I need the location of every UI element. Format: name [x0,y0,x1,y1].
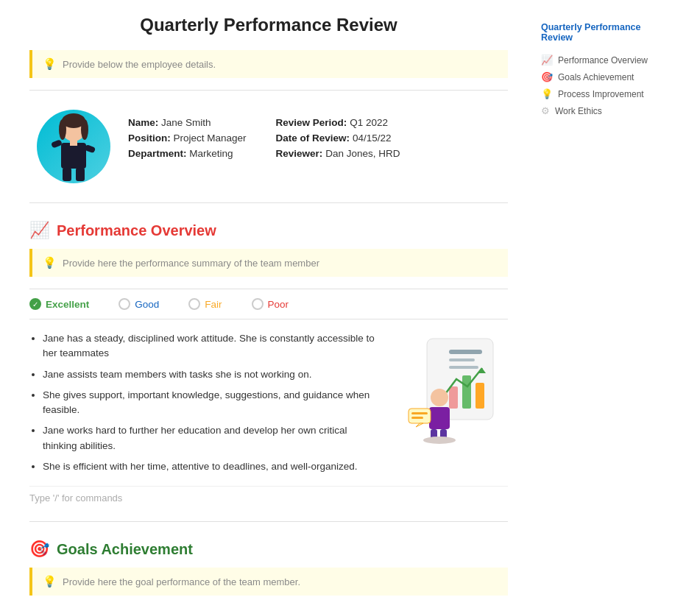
rating-row: Excellent Good Fair Poor [29,289,508,319]
sidebar-performance-label: Performance Overview [558,55,648,66]
goals-section-heading: 🎯 Goals Achievement [29,540,508,559]
radio-fair[interactable] [188,298,200,310]
svg-rect-4 [61,143,86,169]
employee-department: Department: Marketing [128,148,247,159]
rating-excellent-label: Excellent [46,299,89,310]
sidebar-process-label: Process Improvement [558,89,644,99]
svg-rect-12 [449,358,475,361]
sidebar-title: Quarterly Performance Review [541,22,666,43]
employee-name: Name: Jane Smith [128,117,247,128]
bullet-2: Jane assists team members with tasks she… [43,367,383,382]
performance-content: Jane has a steady, disciplined work atti… [29,331,508,480]
goals-hint-text: Provide here the goal performance of the… [63,576,300,587]
sidebar-performance-icon: 📈 [541,54,553,66]
svg-marker-24 [416,423,423,427]
svg-rect-26 [411,417,423,419]
bullet-1: Jane has a steady, disciplined work atti… [43,331,383,361]
svg-rect-15 [462,375,471,409]
date-of-review: Date of Review: 04/15/22 [276,133,400,144]
goals-hint-icon: 💡 [43,575,57,588]
reviewer: Reviewer: Dan Jones, HRD [276,148,400,159]
svg-rect-19 [429,407,450,429]
performance-bullets: Jane has a steady, disciplined work atti… [29,331,383,480]
type-hint: Type '/' for commands [29,486,508,509]
rating-poor-label: Poor [268,299,289,310]
svg-rect-13 [449,366,478,369]
sidebar-process-icon: 💡 [541,88,553,99]
divider-1 [29,90,508,91]
avatar-svg [40,113,107,183]
hint-icon: 💡 [43,57,57,71]
radio-poor[interactable] [252,298,264,310]
radio-excellent[interactable] [29,298,41,310]
sidebar-goals-label: Goals Achievement [558,72,634,82]
employee-hint-text: Provide below the employee details. [63,59,216,70]
svg-rect-14 [449,386,458,409]
divider-3 [29,521,508,522]
svg-rect-6 [76,168,85,181]
sidebar-ethics-icon: ⚙ [541,105,550,116]
bullet-4: Jane works hard to further her education… [43,423,383,453]
svg-rect-25 [411,412,428,414]
performance-section-heading: 📈 Performance Overview [29,221,508,240]
review-period: Review Period: Q1 2022 [276,117,400,128]
employee-hint-box: 💡 Provide below the employee details. [29,50,508,78]
divider-2 [29,202,508,203]
rating-poor[interactable]: Poor [252,298,289,310]
rating-good-label: Good [135,299,159,310]
sidebar-item-goals[interactable]: 🎯 Goals Achievement [541,68,666,85]
avatar [37,110,110,183]
performance-hint-text: Provide here the performance summary of … [63,258,319,269]
performance-hint-icon: 💡 [43,256,57,269]
goals-title: Goals Achievement [57,541,193,558]
employee-position: Position: Project Manager [128,133,247,144]
bullet-list-ul: Jane has a steady, disciplined work atti… [29,331,383,474]
info-col-left: Name: Jane Smith Position: Project Manag… [128,117,247,163]
bullet-3: She gives support, important knowledge, … [43,388,383,418]
rating-fair-label: Fair [205,299,222,310]
rating-excellent[interactable]: Excellent [29,298,89,310]
svg-rect-9 [70,140,77,146]
employee-info: Name: Jane Smith Position: Project Manag… [128,110,508,163]
sidebar-ethics-label: Work Ethics [555,106,602,116]
bullet-5: She is efficient with her time, attentiv… [43,459,383,474]
performance-title: Performance Overview [57,222,216,239]
goals-hint-box: 💡 Provide here the goal performance of t… [29,568,508,596]
svg-point-22 [423,437,456,444]
svg-rect-16 [475,383,484,409]
sidebar-goals-icon: 🎯 [541,71,553,82]
illustration-svg [401,331,504,449]
goals-icon: 🎯 [29,540,49,559]
page-title: Quarterly Performance Review [29,15,508,35]
sidebar-item-performance[interactable]: 📈 Performance Overview [541,52,666,68]
svg-rect-23 [409,409,431,423]
employee-section: Name: Jane Smith Position: Project Manag… [29,102,508,191]
svg-rect-11 [449,350,482,354]
svg-rect-5 [63,168,71,181]
sidebar-item-ethics[interactable]: ⚙ Work Ethics [541,102,666,119]
performance-icon: 📈 [29,221,49,240]
rating-good[interactable]: Good [119,298,159,310]
sidebar: Quarterly Performance Review 📈 Performan… [530,15,677,597]
rating-fair[interactable]: Fair [188,298,222,310]
sidebar-item-process[interactable]: 💡 Process Improvement [541,85,666,102]
svg-point-2 [59,119,66,140]
info-col-right: Review Period: Q1 2022 Date of Review: 0… [276,117,400,163]
performance-hint-box: 💡 Provide here the performance summary o… [29,249,508,277]
radio-good[interactable] [119,298,130,310]
svg-rect-7 [51,139,63,148]
performance-illustration [397,331,508,449]
svg-point-18 [431,389,448,406]
svg-point-3 [81,119,88,140]
